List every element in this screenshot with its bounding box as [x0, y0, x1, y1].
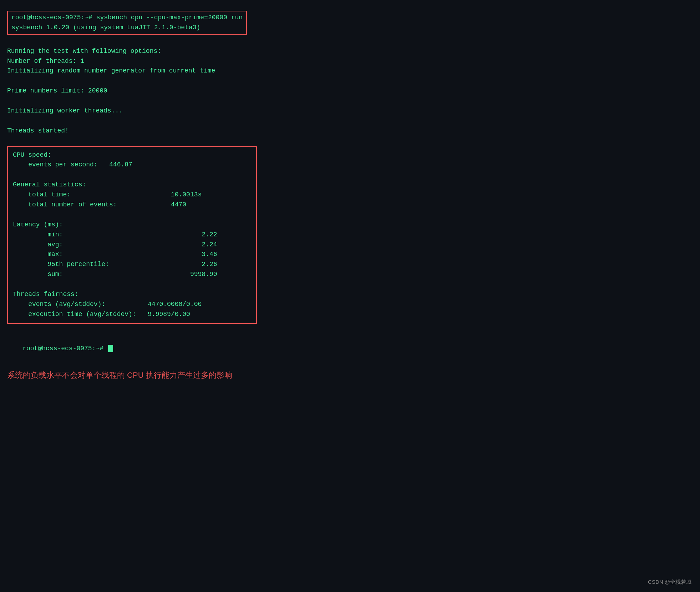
- cpu-speed-label: CPU speed:: [13, 150, 251, 160]
- exec-time-avgstd: execution time (avg/stddev): 9.9989/0.00: [13, 310, 251, 320]
- latency-sum: sum: 9998.90: [13, 270, 251, 280]
- final-prompt: root@hcss-ecs-0975:~#: [22, 345, 107, 352]
- final-prompt-line: root@hcss-ecs-0975:~#: [7, 334, 693, 364]
- prime-limit: Prime numbers limit: 20000: [7, 86, 693, 96]
- events-avgstd: events (avg/stddev): 4470.0000/0.00: [13, 300, 251, 310]
- threads-started: Threads started!: [7, 126, 693, 136]
- options-header: Running the test with following options:: [7, 46, 693, 56]
- cursor-block: [108, 345, 113, 352]
- general-stats-label: General statistics:: [13, 180, 251, 190]
- init-workers: Initializing worker threads...: [7, 106, 693, 116]
- num-threads: Number of threads: 1: [7, 56, 693, 66]
- total-events: total number of events: 4470: [13, 200, 251, 210]
- latency-max: max: 3.46: [13, 250, 251, 260]
- latency-95th: 95th percentile: 2.26: [13, 260, 251, 270]
- chinese-note: 系统的负载水平不会对单个线程的 CPU 执行能力产生过多的影响: [7, 370, 693, 381]
- sysbench-version: sysbench 1.0.20 (using system LuaJIT 2.1…: [11, 24, 200, 31]
- latency-label: Latency (ms):: [13, 220, 251, 230]
- threads-fairness-label: Threads fairness:: [13, 290, 251, 300]
- latency-min: min: 2.22: [13, 230, 251, 240]
- terminal-window: root@hcss-ecs-0975:~# sysbench cpu --cpu…: [7, 7, 693, 384]
- init-rng: Initializing random number generator fro…: [7, 66, 693, 76]
- total-time: total time: 10.0013s: [13, 190, 251, 200]
- events-per-second: events per second: 446.87: [13, 160, 251, 170]
- command-prompt: root@hcss-ecs-0975:~#: [11, 14, 96, 21]
- command-text: sysbench cpu --cpu-max-prime=20000 run: [96, 14, 243, 21]
- latency-avg: avg: 2.24: [13, 240, 251, 250]
- csdn-badge: CSDN @全栈若城: [648, 579, 691, 586]
